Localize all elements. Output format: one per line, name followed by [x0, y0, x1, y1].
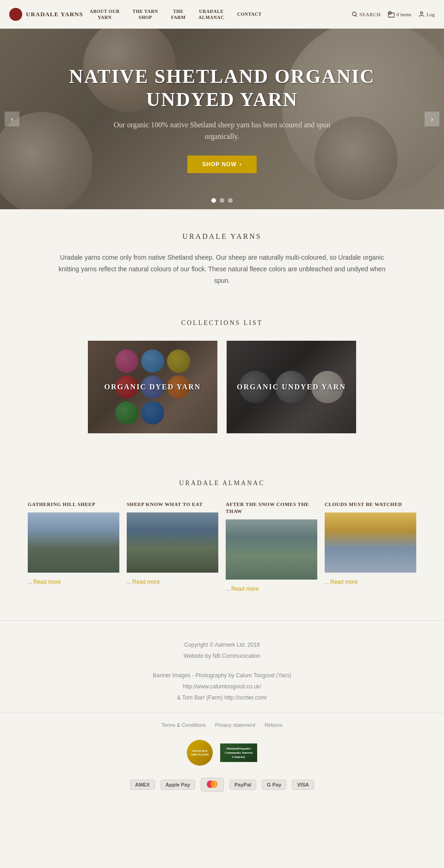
collection-undyed[interactable]: ORGANIC UNDYED YARN — [227, 341, 356, 433]
collections-section: COLLECTIONS LIST ORGANIC DYED YARN — [0, 310, 444, 461]
main-nav: ABOUT OURYARN THE YARNSHOP THEFARM URADA… — [83, 8, 352, 20]
user-icon — [419, 11, 425, 17]
almanac-post-2: SHEEP KNOW WHAT TO EAT ... Read more — [127, 501, 218, 593]
footer-main: Copyright © Aalmerk Ltd. 2018 Website by… — [0, 620, 444, 712]
almanac-post-1-image[interactable] — [28, 512, 119, 573]
almanac-post-4: CLOUDS MUST BE WATCHED ... Read more — [325, 501, 416, 593]
hero-dot-3[interactable] — [228, 198, 233, 203]
svg-point-5 — [210, 781, 218, 788]
footer-links: Terms & Conditions Privacy statement Ret… — [0, 712, 444, 732]
almanac-post-4-image[interactable] — [325, 512, 416, 573]
cart-icon — [388, 11, 395, 18]
hero-next-button[interactable]: › — [425, 112, 439, 126]
site-logo-text[interactable]: URADALE YARNS — [26, 11, 83, 18]
footer-banner-line2: http://www.calumtoogood.co.uk/ — [28, 681, 416, 692]
collection-dyed-overlay: ORGANIC DYED YARN — [88, 341, 217, 433]
almanac-section: URADALE ALMANAC GATHERING HILL SHEEP ...… — [0, 461, 444, 621]
almanac-post-3: AFTER THE SNOW COMES THE THAW ... Read m… — [226, 501, 317, 593]
collection-dyed[interactable]: ORGANIC DYED YARN — [88, 341, 217, 433]
search-icon — [352, 12, 358, 17]
search-button[interactable]: Search — [352, 12, 381, 17]
hero-prev-button[interactable]: ‹ — [5, 112, 19, 126]
hero-subtitle: Our organic 100% native Shetland sheep y… — [106, 119, 338, 143]
header-actions: Search 0 items Log — [352, 11, 435, 18]
login-label: Log — [426, 12, 435, 17]
collections-title: COLLECTIONS LIST — [37, 319, 407, 327]
hero-content: NATIVE SHETLAND ORGANIC UNDYED YARN Our … — [0, 29, 444, 209]
intro-section: URADALE YARNS Uradale yarns come only fr… — [0, 209, 444, 310]
svg-point-0 — [352, 12, 356, 16]
cart-button[interactable]: 0 items — [388, 11, 411, 18]
almanac-post-2-image[interactable] — [127, 512, 218, 573]
collections-grid: ORGANIC DYED YARN ORGANIC UNDYED YARN — [37, 341, 407, 433]
almanac-post-4-title: CLOUDS MUST BE WATCHED — [325, 501, 416, 508]
payment-gpay: G Pay — [262, 780, 286, 790]
terms-link[interactable]: Terms & Conditions — [161, 722, 205, 728]
footer-copyright: Copyright © Aalmerk Ltd. 2018 — [28, 639, 416, 650]
almanac-post-1-readmore[interactable]: Read more — [33, 579, 61, 585]
shetland-organics-badge: ShetlandOrganics Community Interest Comp… — [220, 743, 257, 762]
footer-badges: URADALESHETLAND ShetlandOrganics Communi… — [0, 732, 444, 773]
nav-almanac[interactable]: URADALEALMANAC — [192, 8, 231, 20]
intro-title: URADALE YARNS — [56, 232, 388, 241]
svg-point-3 — [420, 12, 423, 14]
cart-count: 0 items — [396, 12, 411, 17]
almanac-grid: GATHERING HILL SHEEP ... Read more SHEEP… — [28, 501, 416, 593]
footer-banner-line3: & Tom Barr (Farm) http://ocrtier.com/ — [28, 692, 416, 703]
shop-now-button[interactable]: SHOP NOW › — [187, 156, 256, 173]
almanac-post-1: GATHERING HILL SHEEP ... Read more — [28, 501, 119, 593]
nav-about[interactable]: ABOUT OURYARN — [83, 8, 126, 20]
hero-section: NATIVE SHETLAND ORGANIC UNDYED YARN Our … — [0, 29, 444, 209]
footer-website-by: Website by NB Communication — [28, 650, 416, 662]
maestro-icon — [206, 780, 219, 788]
intro-text: Uradale yarns come only from native Shet… — [56, 252, 388, 287]
collection-dyed-label: ORGANIC DYED YARN — [105, 383, 201, 391]
login-button[interactable]: Log — [419, 11, 435, 17]
hero-dots — [211, 198, 233, 203]
almanac-post-2-title: SHEEP KNOW WHAT TO EAT — [127, 501, 218, 508]
hero-dot-1[interactable] — [211, 198, 216, 203]
collection-undyed-label: ORGANIC UNDYED YARN — [237, 383, 346, 391]
svg-line-1 — [356, 15, 357, 17]
footer-banner-line1: Banner Images - Photography by Calum Too… — [28, 670, 416, 681]
uradale-badge: URADALESHETLAND — [187, 740, 213, 766]
nav-contact[interactable]: CONTACT — [231, 11, 268, 17]
almanac-post-2-readmore[interactable]: Read more — [132, 579, 160, 585]
shetland-badge-text: ShetlandOrganics Community Interest Comp… — [222, 747, 255, 759]
payment-methods: AMEX Apple Pay PayPal G Pay VISA — [0, 773, 444, 801]
almanac-post-3-readmore[interactable]: Read more — [231, 586, 259, 592]
logo-area[interactable]: URADALE YARNS — [9, 8, 83, 21]
payment-paypal: PayPal — [229, 780, 256, 790]
almanac-title: URADALE ALMANAC — [28, 480, 416, 487]
hero-dot-2[interactable] — [220, 198, 224, 203]
almanac-post-3-title: AFTER THE SNOW COMES THE THAW — [226, 501, 317, 515]
arrow-right-icon: › — [240, 161, 242, 168]
site-header: URADALE YARNS ABOUT OURYARN THE YARNSHOP… — [0, 0, 444, 29]
almanac-post-1-title: GATHERING HILL SHEEP — [28, 501, 119, 508]
search-label: Search — [359, 12, 381, 17]
hero-title: NATIVE SHETLAND ORGANIC UNDYED YARN — [69, 65, 375, 112]
payment-maestro — [201, 778, 224, 792]
privacy-link[interactable]: Privacy statement — [215, 722, 255, 728]
returns-link[interactable]: Returns — [265, 722, 283, 728]
collection-undyed-overlay: ORGANIC UNDYED YARN — [227, 341, 356, 433]
payment-amex: AMEX — [130, 780, 155, 790]
nav-farm[interactable]: THEFARM — [165, 8, 192, 20]
logo-icon — [9, 8, 22, 21]
payment-applepay: Apple Pay — [160, 780, 195, 790]
site-footer: Copyright © Aalmerk Ltd. 2018 Website by… — [0, 620, 444, 801]
almanac-post-4-readmore[interactable]: Read more — [330, 579, 358, 585]
nav-yarn-shop[interactable]: THE YARNSHOP — [126, 8, 165, 20]
almanac-post-3-image[interactable] — [226, 519, 317, 580]
payment-visa: VISA — [292, 780, 314, 790]
